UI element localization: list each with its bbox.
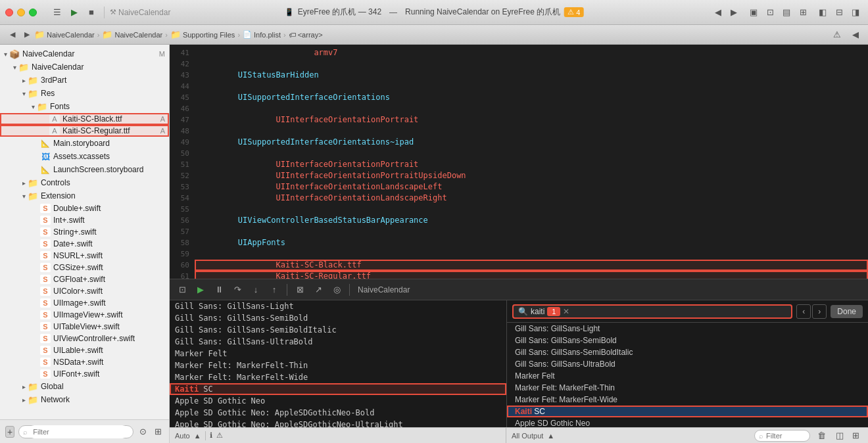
breadcrumb-item-1[interactable]: 📁 NaiveCalendar	[34, 30, 95, 39]
font-list-item[interactable]: Gill Sans: GillSans-UltraBold	[507, 358, 868, 370]
prev-issue-icon[interactable]: ◀	[848, 28, 863, 42]
sidebar-item[interactable]: SUIViewController+.swift	[0, 333, 169, 344]
toggle-debug-icon[interactable]: ⊡	[175, 283, 189, 297]
sidebar-item[interactable]: 🖼Assets.xcassets	[0, 150, 169, 163]
font-list-item[interactable]: Kaiti SC	[507, 406, 868, 417]
sidebar-item[interactable]: SCGSize+.swift	[0, 262, 169, 273]
debug-line: Apple SD Gothic Neo: AppleSDGothicNeo-Bo…	[170, 407, 506, 419]
trash-icon[interactable]: 🗑	[814, 429, 829, 443]
font-list-item[interactable]: Marker Felt	[507, 370, 868, 382]
font-list-item[interactable]: Apple SD Gothic Neo	[507, 417, 868, 427]
sidebar-item[interactable]: SUITableView+.swift	[0, 321, 169, 333]
filter-input[interactable]	[28, 425, 129, 438]
layout-4-icon[interactable]: ⊞	[796, 5, 810, 20]
next-file-icon[interactable]: ▶	[20, 28, 34, 42]
sidebar-item[interactable]: SString+.swift	[0, 226, 169, 238]
breadcrumb-item-4[interactable]: 📄 Info.plist	[243, 30, 281, 39]
swift-icon: S	[40, 334, 51, 343]
step-over-icon[interactable]: ↷	[230, 283, 245, 297]
search-prev-icon[interactable]: ‹	[796, 304, 811, 319]
run-button[interactable]: ▶	[67, 5, 82, 20]
nav-arrows[interactable]: ◀ ▶	[711, 5, 741, 20]
close-button[interactable]	[5, 9, 13, 16]
breadcrumb-item-5[interactable]: 🏷 <array>	[289, 31, 323, 39]
breadcrumb-item-2[interactable]: 📁 NaiveCalendar	[102, 30, 162, 39]
panel-right-icon[interactable]: ◨	[848, 5, 863, 20]
sidebar-item[interactable]: SCGFloat+.swift	[0, 273, 169, 285]
sidebar-item[interactable]: AKaiti-SC-Black.ttfA	[0, 113, 169, 125]
sidebar-item[interactable]: ▾📁NaiveCalendar	[0, 60, 169, 74]
location-icon[interactable]: ◎	[329, 283, 344, 297]
step-out-icon[interactable]: ↑	[267, 283, 281, 297]
line-number: 45	[170, 92, 195, 103]
output-layout-2-icon[interactable]: ⊞	[848, 429, 863, 443]
right-filter-input[interactable]	[766, 432, 806, 440]
output-layout-1-icon[interactable]: ◫	[832, 429, 847, 443]
code-line	[195, 248, 868, 260]
font-list-item[interactable]: Gill Sans: GillSans-Light	[507, 323, 868, 335]
view-toggle-icon[interactable]: ⊠	[293, 283, 307, 297]
sidebar-item[interactable]: ▾📁Res	[0, 87, 169, 100]
layout-3-icon[interactable]: ▤	[779, 5, 794, 20]
plist-icon: 📄	[243, 30, 252, 39]
step-into-icon[interactable]: ↓	[249, 283, 263, 297]
sidebar-item[interactable]: 📐LaunchScreen.storyboard	[0, 163, 169, 176]
add-file-button[interactable]: +	[5, 426, 14, 438]
fullscreen-button[interactable]	[29, 9, 37, 16]
search-text: kaiti	[531, 307, 544, 316]
font-list-item[interactable]: Marker Felt: MarkerFelt-Wide	[507, 394, 868, 406]
stop-button[interactable]: ■	[84, 5, 99, 20]
layout-2-icon[interactable]: ⊡	[763, 5, 777, 20]
font-list-item[interactable]: Gill Sans: GillSans-SemiBoldItalic	[507, 346, 868, 358]
sidebar-item[interactable]: ▾📁Extension	[0, 189, 169, 202]
sidebar-item[interactable]: SNSURL+.swift	[0, 250, 169, 262]
run-debug-icon[interactable]: ▶	[193, 283, 208, 297]
traffic-lights[interactable]	[5, 9, 37, 16]
swift-icon: S	[40, 369, 51, 379]
breadcrumb-item-3[interactable]: 📁 Supporting Files	[170, 30, 235, 39]
sidebar-item[interactable]: SDate+.swift	[0, 238, 169, 250]
sidebar-item[interactable]: SUILable+.swift	[0, 344, 169, 356]
search-clear-icon[interactable]: ✕	[563, 307, 569, 316]
sidebar-item[interactable]: SNSData+.swift	[0, 356, 169, 368]
status-arrow-icon: ▲	[194, 432, 201, 440]
font-list: Gill Sans: GillSans-LightGill Sans: Gill…	[507, 323, 868, 427]
sidebar-item[interactable]: ▾📦NaiveCalendarM	[0, 47, 169, 60]
sidebar-item[interactable]: SUIFont+.swift	[0, 368, 169, 380]
alert-icon[interactable]: ⚠	[830, 28, 844, 42]
minimize-button[interactable]	[17, 9, 25, 16]
swift-icon: S	[40, 227, 51, 237]
sidebar-grid-icon[interactable]: ⊞	[153, 425, 164, 439]
forward-icon[interactable]: ▶	[727, 5, 741, 20]
sidebar-badge: A	[160, 127, 165, 135]
sidebar-item[interactable]: AKaiti-SC-Regular.ttfA	[0, 125, 169, 137]
font-list-item[interactable]: Marker Felt: MarkerFelt-Thin	[507, 382, 868, 394]
sidebar-options-icon[interactable]: ⊙	[137, 425, 149, 439]
search-next-icon[interactable]: ›	[812, 304, 827, 319]
back-icon[interactable]: ◀	[711, 5, 725, 20]
sidebar-item[interactable]: SUIColor+.swift	[0, 285, 169, 297]
sidebar-item[interactable]: ▸📁Network	[0, 393, 169, 406]
panel-left-icon[interactable]: ◧	[815, 5, 830, 20]
sidebar-item[interactable]: ▸📁Controls	[0, 176, 169, 189]
second-toolbar-right: ⚠ ◀	[830, 28, 863, 42]
sidebar-item[interactable]: SUIImageView+.swift	[0, 309, 169, 321]
sidebar-item-label: UIImageView+.swift	[53, 310, 169, 319]
sidebar-item[interactable]: SInt+.swift	[0, 214, 169, 226]
pause-icon[interactable]: ⏸	[212, 283, 226, 297]
panel-bottom-icon[interactable]: ⊟	[832, 5, 846, 20]
sidebar-item[interactable]: ▾📁Fonts	[0, 100, 169, 113]
sidebar-item[interactable]: ▸📁Global	[0, 380, 169, 393]
layout-1-icon[interactable]: ▣	[746, 5, 761, 20]
done-button[interactable]: Done	[831, 305, 863, 318]
sidebar-item[interactable]: SUIImage+.swift	[0, 297, 169, 309]
prev-file-icon[interactable]: ◀	[5, 28, 20, 42]
font-list-item[interactable]: Gill Sans: GillSans-SemiBold	[507, 335, 868, 346]
sidebar-item[interactable]: 📐Main.storyboard	[0, 137, 169, 150]
line-number: 42	[170, 58, 195, 70]
sidebar-item[interactable]: ▸📁3rdPart	[0, 74, 169, 87]
share-icon[interactable]: ↗	[311, 283, 326, 297]
search-field[interactable]: 🔍 kaiti 1 ✕	[512, 304, 792, 319]
sidebar-item[interactable]: SDouble+.swift	[0, 202, 169, 214]
sidebar-toggle-icon[interactable]: ☰	[50, 5, 64, 20]
